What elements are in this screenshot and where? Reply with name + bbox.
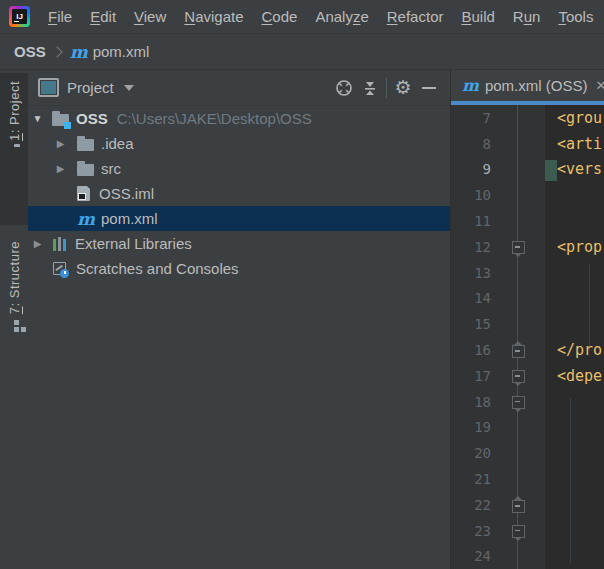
editor-line: 22	[451, 492, 604, 518]
menu-label: iew	[144, 8, 167, 25]
stripe-label-text: : Project	[7, 81, 22, 133]
menu-file[interactable]: File	[39, 0, 81, 33]
editor-line: 14	[451, 286, 604, 312]
intellij-window: IJ File Edit View Navigate Code Analyze …	[0, 0, 604, 569]
editor-line: 16</pro	[451, 337, 604, 363]
fold-marker-icon[interactable]	[512, 396, 525, 409]
panel-title[interactable]: Project	[67, 79, 114, 96]
libraries-icon	[53, 237, 68, 251]
hide-panel-button[interactable]	[416, 76, 442, 100]
maven-icon: m	[70, 42, 88, 62]
line-number: 24	[451, 548, 491, 564]
project-panel: Project	[28, 70, 451, 569]
menu-mnemonic: V	[134, 8, 144, 25]
maven-icon: m	[462, 76, 479, 95]
line-number: 21	[451, 471, 491, 487]
menu-mnemonic: B	[461, 8, 471, 25]
code-text: <prop	[557, 238, 602, 256]
tab-label: pom.xml (OSS)	[485, 77, 588, 94]
tree-row-idea[interactable]: ▶ .idea	[28, 131, 450, 156]
folder-icon	[77, 164, 94, 176]
menu-refactor[interactable]: Refactor	[378, 0, 453, 33]
menu-label: avigate	[195, 8, 243, 25]
editor-line: 18	[451, 389, 604, 415]
menu-mnemonic: F	[48, 8, 57, 25]
menu-navigate[interactable]: Navigate	[175, 0, 252, 33]
project-tree: ▼ OSS C:\Users\JAKE\Desktop\OSS ▶ .idea …	[28, 106, 450, 281]
editor-line: 10	[451, 182, 604, 208]
collapse-arrow-icon[interactable]: ▶	[55, 163, 66, 174]
collapse-arrow-icon[interactable]: ▶	[32, 238, 43, 249]
menu-label: uild	[471, 8, 494, 25]
menu-build[interactable]: Build	[452, 0, 503, 33]
line-number: 9	[451, 161, 491, 177]
code-text: <vers	[557, 160, 602, 178]
folder-icon	[77, 139, 94, 151]
editor-tab-pom-xml[interactable]: m pom.xml (OSS) ✕	[451, 76, 604, 95]
menu-view[interactable]: View	[125, 0, 175, 33]
intellij-logo-icon: IJ	[9, 6, 30, 27]
menu-mnemonic: N	[184, 8, 195, 25]
menu-mnemonic: C	[262, 8, 273, 25]
fold-marker-icon[interactable]	[512, 241, 525, 254]
line-number: 12	[451, 239, 491, 255]
menu-label: n	[532, 8, 540, 25]
tool-stripe-project-label: 1: Project	[7, 81, 22, 141]
menu-bar: IJ File Edit View Navigate Code Analyze …	[0, 0, 604, 34]
fold-marker-icon[interactable]	[512, 500, 525, 513]
line-number: 11	[451, 213, 491, 229]
tree-row-external-libraries[interactable]: ▶ External Libraries	[28, 231, 450, 256]
settings-button[interactable]: ⚙	[390, 76, 416, 100]
editor-line: 15	[451, 311, 604, 337]
line-number: 13	[451, 265, 491, 281]
editor-area: m pom.xml (OSS) ✕ 7<grou 8<arti 9<vers 1…	[451, 70, 604, 569]
breadcrumb-project[interactable]: OSS	[14, 43, 46, 60]
tool-window-stripe: 1: Project 7: Structure	[0, 70, 28, 569]
toolbar-separator	[386, 78, 387, 98]
collapse-arrow-icon[interactable]: ▶	[55, 138, 66, 149]
editor-line: 23	[451, 518, 604, 544]
menu-mnemonic: T	[558, 8, 566, 25]
locate-file-button[interactable]	[331, 76, 357, 100]
menu-label: R	[513, 8, 524, 25]
chevron-down-icon[interactable]	[124, 85, 134, 91]
collapse-all-icon	[362, 79, 378, 97]
menu-analyze[interactable]: Analyze	[306, 0, 377, 33]
tree-path: C:\Users\JAKE\Desktop\OSS	[117, 110, 312, 127]
code-text: <grou	[557, 109, 602, 127]
menu-run[interactable]: Run	[504, 0, 550, 33]
tool-stripe-structure-label: 7: Structure	[7, 241, 22, 314]
collapse-all-button[interactable]	[357, 76, 383, 100]
tree-row-oss-iml[interactable]: OSS.iml	[28, 181, 450, 206]
line-number: 17	[451, 368, 491, 384]
tool-stripe-project-button[interactable]: 1: Project	[0, 73, 28, 225]
editor-line: 9<vers	[451, 157, 604, 183]
breadcrumb-file[interactable]: pom.xml	[93, 43, 150, 60]
tool-stripe-structure-button[interactable]: 7: Structure	[0, 233, 28, 358]
fold-marker-icon[interactable]	[512, 370, 525, 383]
menu-edit[interactable]: Edit	[81, 0, 125, 33]
menu-label: dit	[100, 8, 116, 25]
maven-icon: m	[77, 209, 94, 229]
menu-label: ode	[272, 8, 297, 25]
editor-line: 7<grou	[451, 105, 604, 131]
menu-mnemonic: u	[524, 8, 532, 25]
chevron-right-icon	[51, 46, 62, 57]
tree-row-src[interactable]: ▶ src	[28, 156, 450, 181]
menu-code[interactable]: Code	[253, 0, 307, 33]
editor-body[interactable]: 7<grou 8<arti 9<vers 10 11 12<prop 13 14…	[451, 105, 604, 569]
fold-marker-icon[interactable]	[512, 525, 525, 538]
editor-line: 12<prop	[451, 234, 604, 260]
menu-mnemonic: E	[90, 8, 100, 25]
tree-row-scratches[interactable]: Scratches and Consoles	[28, 256, 450, 281]
code-text: <depe	[557, 367, 602, 385]
menu-tools[interactable]: Tools	[549, 0, 602, 33]
tree-label: .idea	[101, 135, 134, 152]
tree-row-pom-xml[interactable]: m pom.xml	[28, 206, 450, 231]
editor-tab-bar: m pom.xml (OSS) ✕	[451, 70, 604, 101]
code-text: </pro	[557, 341, 602, 359]
tree-row-oss-root[interactable]: ▼ OSS C:\Users\JAKE\Desktop\OSS	[28, 106, 450, 131]
fold-marker-icon[interactable]	[512, 345, 525, 358]
expand-arrow-icon[interactable]: ▼	[32, 113, 43, 124]
close-icon[interactable]: ✕	[595, 78, 604, 93]
